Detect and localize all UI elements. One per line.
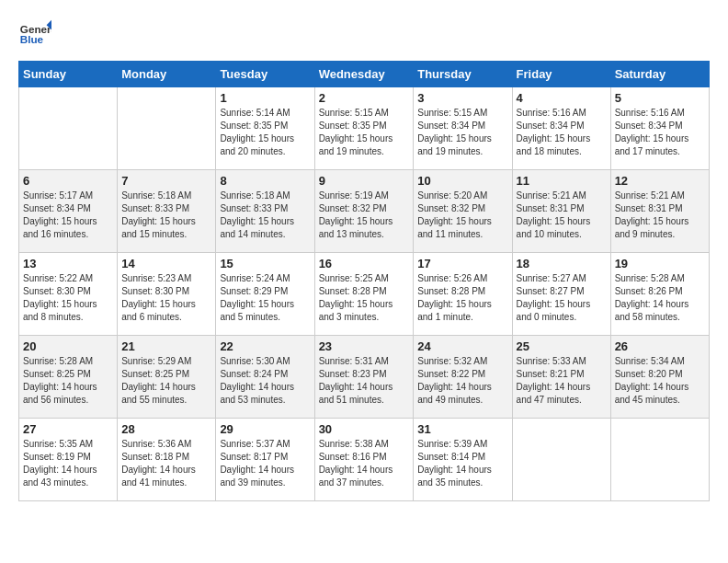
day-number: 4	[517, 91, 607, 105]
logo-icon: General Blue	[18, 18, 51, 52]
calendar-cell: 9Sunrise: 5:19 AM Sunset: 8:32 PM Daylig…	[314, 170, 414, 253]
day-number: 19	[615, 257, 705, 270]
day-info: Sunrise: 5:21 AM Sunset: 8:31 PM Dayligh…	[615, 190, 705, 241]
day-info: Sunrise: 5:16 AM Sunset: 8:34 PM Dayligh…	[615, 107, 705, 158]
calendar-cell	[512, 419, 610, 501]
calendar-cell: 1Sunrise: 5:14 AM Sunset: 8:35 PM Daylig…	[216, 87, 314, 170]
day-number: 29	[220, 422, 310, 436]
day-number: 3	[417, 91, 507, 105]
calendar-cell: 25Sunrise: 5:33 AM Sunset: 8:21 PM Dayli…	[512, 336, 610, 419]
day-number: 5	[615, 91, 705, 105]
calendar-cell: 31Sunrise: 5:39 AM Sunset: 8:14 PM Dayli…	[414, 419, 512, 501]
day-info: Sunrise: 5:30 AM Sunset: 8:24 PM Dayligh…	[220, 355, 310, 407]
svg-text:Blue: Blue	[20, 33, 44, 45]
week-row-4: 20Sunrise: 5:28 AM Sunset: 8:25 PM Dayli…	[19, 336, 710, 419]
week-row-5: 27Sunrise: 5:35 AM Sunset: 8:19 PM Dayli…	[19, 419, 710, 501]
day-info: Sunrise: 5:25 AM Sunset: 8:28 PM Dayligh…	[319, 272, 410, 324]
calendar-cell: 7Sunrise: 5:18 AM Sunset: 8:33 PM Daylig…	[118, 170, 216, 253]
calendar-table: SundayMondayTuesdayWednesdayThursdayFrid…	[18, 61, 710, 501]
day-number: 25	[517, 339, 607, 353]
day-info: Sunrise: 5:37 AM Sunset: 8:17 PM Dayligh…	[220, 438, 310, 489]
day-info: Sunrise: 5:38 AM Sunset: 8:16 PM Dayligh…	[319, 438, 410, 489]
day-info: Sunrise: 5:23 AM Sunset: 8:30 PM Dayligh…	[121, 272, 211, 324]
calendar-cell: 4Sunrise: 5:16 AM Sunset: 8:34 PM Daylig…	[512, 87, 610, 170]
day-info: Sunrise: 5:21 AM Sunset: 8:31 PM Dayligh…	[517, 190, 607, 241]
day-number: 31	[417, 422, 507, 436]
calendar-cell: 2Sunrise: 5:15 AM Sunset: 8:35 PM Daylig…	[314, 87, 414, 170]
calendar-cell: 29Sunrise: 5:37 AM Sunset: 8:17 PM Dayli…	[216, 419, 314, 501]
day-info: Sunrise: 5:32 AM Sunset: 8:22 PM Dayligh…	[417, 355, 507, 407]
day-number: 17	[417, 257, 507, 270]
day-info: Sunrise: 5:15 AM Sunset: 8:35 PM Dayligh…	[319, 107, 410, 158]
day-info: Sunrise: 5:36 AM Sunset: 8:18 PM Dayligh…	[121, 438, 211, 489]
day-number: 20	[23, 339, 113, 353]
day-info: Sunrise: 5:31 AM Sunset: 8:23 PM Dayligh…	[319, 355, 410, 407]
calendar-cell: 8Sunrise: 5:18 AM Sunset: 8:33 PM Daylig…	[216, 170, 314, 253]
day-number: 1	[220, 91, 310, 105]
calendar-cell: 14Sunrise: 5:23 AM Sunset: 8:30 PM Dayli…	[118, 253, 216, 336]
calendar-cell: 24Sunrise: 5:32 AM Sunset: 8:22 PM Dayli…	[414, 336, 512, 419]
day-info: Sunrise: 5:14 AM Sunset: 8:35 PM Dayligh…	[220, 107, 310, 158]
calendar-cell: 17Sunrise: 5:26 AM Sunset: 8:28 PM Dayli…	[414, 253, 512, 336]
calendar-cell: 16Sunrise: 5:25 AM Sunset: 8:28 PM Dayli…	[314, 253, 414, 336]
day-info: Sunrise: 5:34 AM Sunset: 8:20 PM Dayligh…	[615, 355, 705, 407]
calendar-cell: 19Sunrise: 5:28 AM Sunset: 8:26 PM Dayli…	[610, 253, 709, 336]
day-info: Sunrise: 5:16 AM Sunset: 8:34 PM Dayligh…	[517, 107, 607, 158]
calendar-cell: 28Sunrise: 5:36 AM Sunset: 8:18 PM Dayli…	[118, 419, 216, 501]
week-row-1: 1Sunrise: 5:14 AM Sunset: 8:35 PM Daylig…	[19, 87, 710, 170]
day-number: 15	[220, 257, 310, 270]
day-number: 16	[319, 257, 410, 270]
calendar-cell: 30Sunrise: 5:38 AM Sunset: 8:16 PM Dayli…	[314, 419, 414, 501]
day-info: Sunrise: 5:24 AM Sunset: 8:29 PM Dayligh…	[220, 272, 310, 324]
day-info: Sunrise: 5:17 AM Sunset: 8:34 PM Dayligh…	[23, 190, 113, 241]
day-number: 30	[319, 422, 410, 436]
day-number: 7	[121, 174, 211, 188]
day-number: 24	[417, 339, 507, 353]
day-number: 2	[319, 91, 410, 105]
calendar-cell: 12Sunrise: 5:21 AM Sunset: 8:31 PM Dayli…	[610, 170, 709, 253]
weekday-header-tuesday: Tuesday	[216, 62, 314, 87]
day-info: Sunrise: 5:28 AM Sunset: 8:26 PM Dayligh…	[615, 272, 705, 324]
week-row-3: 13Sunrise: 5:22 AM Sunset: 8:30 PM Dayli…	[19, 253, 710, 336]
logo: General Blue	[18, 18, 51, 52]
calendar-cell: 27Sunrise: 5:35 AM Sunset: 8:19 PM Dayli…	[19, 419, 118, 501]
day-info: Sunrise: 5:15 AM Sunset: 8:34 PM Dayligh…	[417, 107, 507, 158]
day-number: 13	[23, 257, 113, 270]
weekday-header-friday: Friday	[512, 62, 610, 87]
calendar-cell: 21Sunrise: 5:29 AM Sunset: 8:25 PM Dayli…	[118, 336, 216, 419]
day-number: 18	[517, 257, 607, 270]
calendar-cell	[118, 87, 216, 170]
day-number: 14	[121, 257, 211, 270]
calendar-cell	[19, 87, 118, 170]
day-number: 9	[319, 174, 410, 188]
weekday-header-sunday: Sunday	[19, 62, 118, 87]
weekday-header-row: SundayMondayTuesdayWednesdayThursdayFrid…	[19, 62, 710, 87]
day-info: Sunrise: 5:33 AM Sunset: 8:21 PM Dayligh…	[517, 355, 607, 407]
day-info: Sunrise: 5:26 AM Sunset: 8:28 PM Dayligh…	[417, 272, 507, 324]
day-number: 26	[615, 339, 705, 353]
day-number: 27	[23, 422, 113, 436]
page-header: General Blue	[18, 18, 710, 52]
day-info: Sunrise: 5:29 AM Sunset: 8:25 PM Dayligh…	[121, 355, 211, 407]
calendar-cell: 22Sunrise: 5:30 AM Sunset: 8:24 PM Dayli…	[216, 336, 314, 419]
calendar-cell: 20Sunrise: 5:28 AM Sunset: 8:25 PM Dayli…	[19, 336, 118, 419]
week-row-2: 6Sunrise: 5:17 AM Sunset: 8:34 PM Daylig…	[19, 170, 710, 253]
calendar-cell: 5Sunrise: 5:16 AM Sunset: 8:34 PM Daylig…	[610, 87, 709, 170]
day-number: 6	[23, 174, 113, 188]
day-number: 28	[121, 422, 211, 436]
calendar-cell: 6Sunrise: 5:17 AM Sunset: 8:34 PM Daylig…	[19, 170, 118, 253]
weekday-header-thursday: Thursday	[414, 62, 512, 87]
calendar-cell: 3Sunrise: 5:15 AM Sunset: 8:34 PM Daylig…	[414, 87, 512, 170]
day-info: Sunrise: 5:39 AM Sunset: 8:14 PM Dayligh…	[417, 438, 507, 489]
day-number: 10	[417, 174, 507, 188]
calendar-cell: 13Sunrise: 5:22 AM Sunset: 8:30 PM Dayli…	[19, 253, 118, 336]
day-info: Sunrise: 5:35 AM Sunset: 8:19 PM Dayligh…	[23, 438, 113, 489]
calendar-cell: 11Sunrise: 5:21 AM Sunset: 8:31 PM Dayli…	[512, 170, 610, 253]
day-info: Sunrise: 5:18 AM Sunset: 8:33 PM Dayligh…	[220, 190, 310, 241]
day-info: Sunrise: 5:22 AM Sunset: 8:30 PM Dayligh…	[23, 272, 113, 324]
calendar-cell	[610, 419, 709, 501]
calendar-cell: 18Sunrise: 5:27 AM Sunset: 8:27 PM Dayli…	[512, 253, 610, 336]
day-number: 8	[220, 174, 310, 188]
day-number: 12	[615, 174, 705, 188]
calendar-cell: 15Sunrise: 5:24 AM Sunset: 8:29 PM Dayli…	[216, 253, 314, 336]
